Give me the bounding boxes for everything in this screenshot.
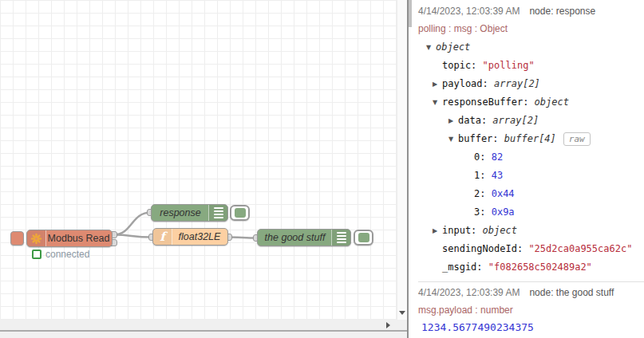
debug-tree-row: topic: "polling" (418, 57, 644, 75)
collapse-icon[interactable]: ▼ (448, 130, 458, 148)
message-meta: msg.payload : number (418, 304, 644, 316)
debug-sidebar: 4/14/2023, 12:03:39 AMnode: response pol… (409, 0, 644, 338)
debug-tree-row: 3: 0x9a (418, 203, 644, 222)
function-icon-region: f (153, 229, 172, 245)
tree-value: "polling" (483, 60, 535, 71)
scroll-down-icon[interactable] (397, 307, 407, 318)
wire-layer (0, 0, 397, 320)
tree-value: 82 (492, 151, 503, 163)
debug-tree-row: ▶payload: array[2] (418, 75, 644, 93)
horizontal-scrollbar[interactable] (0, 320, 397, 330)
tree-key: 3: (474, 206, 492, 218)
debug-toggle-button[interactable] (354, 230, 373, 246)
vertical-scrollbar[interactable] (397, 0, 407, 320)
tree-value: array[2] (494, 78, 540, 89)
flow-canvas[interactable]: Modbus Read connected response f floa (0, 0, 397, 320)
node-label: response (152, 205, 209, 221)
expand-icon[interactable]: ▶ (433, 75, 442, 93)
window-bottom-strip (0, 332, 408, 338)
node-label: Modbus Read (45, 230, 112, 246)
node-response[interactable]: response (151, 204, 228, 222)
modbus-node-button[interactable] (10, 231, 24, 246)
tree-value: 0x9a (492, 206, 515, 218)
debug-tree-row: _msgid: "f082658c502489a2" (418, 258, 644, 277)
tree-value: "f082658c502489a2" (488, 261, 592, 273)
debug-tree-row: ▼responseBuffer: object (418, 93, 644, 112)
node-status: connected (32, 249, 89, 260)
debug-tree-row: ▼buffer: buffer[4]raw (418, 130, 644, 148)
source-node-name: node: response (529, 6, 595, 17)
debug-tree-row: 2: 0x44 (418, 185, 644, 203)
tree-value: 0x44 (492, 188, 515, 199)
status-label: connected (45, 249, 89, 260)
tree-value: object (436, 41, 470, 53)
expand-icon[interactable]: ▶ (448, 112, 458, 130)
tree-value: array[2] (492, 115, 539, 126)
debug-icon-region (331, 230, 350, 246)
collapse-icon[interactable]: ▼ (426, 38, 436, 57)
tree-key: input: (442, 225, 483, 236)
tree-key: payload: (442, 78, 494, 89)
debug-message-header: 4/14/2023, 12:03:39 AMnode: response (418, 5, 644, 18)
timestamp: 4/14/2023, 12:03:39 AM (418, 287, 520, 298)
debug-icon-region (208, 205, 227, 221)
function-icon: f (153, 229, 172, 245)
tree-key: data: (458, 115, 492, 126)
tree-value: object (535, 96, 569, 108)
payload-number-value: 1234.5677490234375 (418, 320, 644, 336)
debug-tree-row: ▼object (418, 38, 644, 57)
wire[interactable] (113, 235, 152, 238)
tree-value: object (483, 225, 517, 236)
modbus-icon-region (27, 230, 46, 246)
tree-key: 0: (474, 151, 492, 163)
tree-key: 2: (474, 188, 492, 199)
debug-tree-row: 1: 43 (418, 167, 644, 185)
debug-list-icon (209, 205, 227, 221)
debug-message-header: 4/14/2023, 12:03:39 AMnode: the good stu… (418, 286, 644, 299)
debug-tree-row: ▶data: array[2] (418, 112, 644, 130)
debug-tree: ▼objecttopic: "polling"▶payload: array[2… (418, 38, 644, 277)
debug-list-icon (332, 230, 350, 246)
tree-key: sendingNodeId: (442, 243, 528, 254)
collapse-icon[interactable]: ▼ (433, 93, 442, 112)
raw-button[interactable]: raw (563, 132, 591, 146)
scroll-right-icon[interactable] (382, 320, 393, 330)
tree-key: responseBuffer: (442, 96, 535, 108)
sidebar-divider[interactable] (407, 0, 409, 338)
debug-message: 4/14/2023, 12:03:39 AMnode: response pol… (418, 0, 644, 282)
node-label: the good stuff (258, 230, 332, 246)
modbus-gear-icon (27, 230, 45, 246)
status-square-icon (32, 250, 41, 259)
tree-key: topic: (442, 60, 483, 71)
node-the-good-stuff[interactable]: the good stuff (257, 229, 351, 246)
message-meta: polling : msg : Object (418, 22, 644, 35)
debug-toggle-button[interactable] (230, 205, 250, 221)
scrollbar-corner (397, 320, 407, 330)
tree-value: buffer[4] (504, 133, 556, 144)
node-red-window: Modbus Read connected response f floa (0, 0, 644, 338)
node-modbus-read[interactable]: Modbus Read (26, 230, 113, 247)
node-label: float32LE (172, 229, 227, 245)
tree-value: "25d2ca0a955ca62c" (528, 243, 632, 254)
debug-message: 4/14/2023, 12:03:39 AMnode: the good stu… (418, 282, 644, 338)
tree-key: 1: (474, 170, 492, 181)
tree-value: 43 (492, 170, 503, 181)
tree-key: buffer: (458, 133, 504, 144)
node-float32le[interactable]: f float32LE (152, 228, 228, 246)
tree-key: _msgid: (442, 261, 488, 273)
debug-tree-row: 0: 82 (418, 148, 644, 167)
debug-tree-row: sendingNodeId: "25d2ca0a955ca62c" (418, 240, 644, 258)
expand-icon[interactable]: ▶ (433, 222, 442, 240)
debug-tree-row: ▶input: object (418, 222, 644, 240)
timestamp: 4/14/2023, 12:03:39 AM (418, 6, 520, 17)
wire[interactable] (113, 213, 151, 235)
source-node-name: node: the good stuff (529, 287, 614, 298)
sidebar-scrollbar-thumb[interactable] (409, 0, 412, 27)
